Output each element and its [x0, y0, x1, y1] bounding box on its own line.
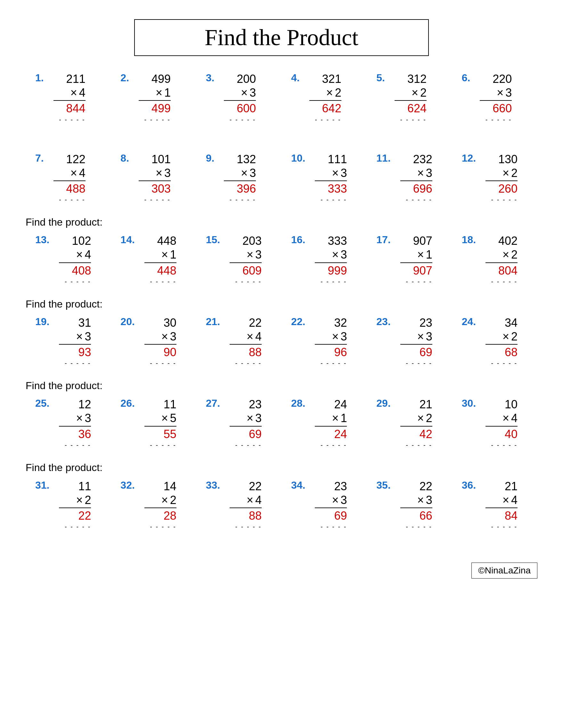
answer-line — [400, 180, 432, 181]
answer-value: 24 — [315, 427, 347, 441]
problem-cell: 22. 32 × 3 96 - - - - - — [282, 316, 367, 367]
top-number: 21 — [420, 397, 432, 411]
problem-layout: 11 × 2 22 - - - - - — [59, 479, 91, 531]
times-sign: × — [417, 493, 424, 507]
times-sign: × — [417, 248, 424, 261]
dashes: - - - - - — [144, 196, 171, 204]
problem-cell: 16. 333 × 3 999 - - - - - — [282, 234, 367, 285]
problem-number: 23. — [376, 316, 390, 328]
problem-cell: 28. 24 × 1 24 - - - - - — [282, 397, 367, 449]
problem-number: 7. — [35, 152, 44, 164]
dashes: - - - - - — [406, 442, 432, 449]
problem-number: 14. — [120, 234, 134, 246]
multiplier: 3 — [249, 166, 256, 180]
problem-cell: 19. 31 × 3 93 - - - - - — [26, 316, 111, 367]
problem-layout: 12 × 3 36 - - - - - — [59, 397, 91, 449]
times-sign: × — [497, 86, 503, 100]
answer-line — [53, 180, 85, 181]
times-sign: × — [156, 86, 162, 100]
answer-line — [53, 100, 85, 101]
answer-line — [144, 262, 176, 263]
problem-wrapper: 21. 22 × 4 88 - - - - - — [206, 316, 261, 367]
problem-wrapper: 12. 130 × 2 260 - - - - - — [462, 152, 518, 204]
top-number: 31 — [78, 316, 91, 330]
problem-layout: 22 × 4 88 - - - - - — [229, 316, 261, 367]
times-sign: × — [503, 166, 509, 180]
problem-wrapper: 5. 312 × 2 624 - - - - - — [376, 72, 427, 124]
answer-value: 55 — [144, 427, 176, 441]
dashes: - - - - - — [321, 360, 347, 367]
problem-number: 1. — [35, 72, 44, 84]
problem-layout: 321 × 2 642 - - - - - — [310, 72, 342, 124]
problem-wrapper: 20. 30 × 3 90 - - - - - — [120, 316, 176, 367]
problem-wrapper: 25. 12 × 3 36 - - - - - — [35, 397, 91, 449]
multiplier-row: × 4 — [70, 86, 85, 100]
problem-wrapper: 10. 111 × 3 333 - - - - - — [291, 152, 347, 204]
multiplier-row: × 3 — [332, 248, 347, 261]
problem-layout: 10 × 4 40 - - - - - — [486, 397, 518, 449]
answer-line — [229, 426, 261, 427]
problem-layout: 130 × 2 260 - - - - - — [486, 152, 518, 204]
multiplier: 2 — [511, 166, 518, 180]
problem-wrapper: 32. 14 × 2 28 - - - - - — [120, 479, 176, 531]
multiplier: 3 — [341, 248, 347, 261]
dashes: - - - - - — [486, 116, 512, 124]
problem-number: 36. — [462, 479, 476, 491]
problem-wrapper: 28. 24 × 1 24 - - - - - — [291, 397, 347, 449]
problem-layout: 111 × 3 333 - - - - - — [315, 152, 347, 204]
answer-value: 696 — [400, 182, 432, 196]
problem-cell: 17. 907 × 1 907 - - - - - — [367, 234, 452, 285]
times-sign: × — [241, 166, 247, 180]
answer-line — [59, 426, 91, 427]
answer-line — [400, 262, 432, 263]
multiplier-row: × 2 — [503, 330, 518, 343]
times-sign: × — [332, 493, 339, 507]
answer-value: 69 — [229, 427, 261, 441]
problem-number: 30. — [462, 397, 476, 409]
dashes: - - - - - — [65, 278, 91, 285]
answer-line — [486, 180, 518, 181]
problem-layout: 30 × 3 90 - - - - - — [144, 316, 176, 367]
problem-cell: 25. 12 × 3 36 - - - - - — [26, 397, 111, 449]
answer-value: 999 — [315, 264, 347, 277]
section-label: Find the product: — [26, 298, 537, 310]
multiplier: 2 — [420, 86, 427, 100]
multiplier-row: × 3 — [76, 411, 91, 425]
dashes: - - - - - — [150, 278, 176, 285]
problem-layout: 11 × 5 55 - - - - - — [144, 397, 176, 449]
multiplier-row: × 3 — [332, 493, 347, 507]
top-number: 132 — [237, 152, 256, 166]
problem-wrapper: 7. 122 × 4 488 - - - - - — [35, 152, 85, 204]
answer-line — [315, 180, 347, 181]
answer-line — [486, 344, 518, 345]
problem-layout: 101 × 3 303 - - - - - — [139, 152, 171, 204]
problem-layout: 333 × 3 999 - - - - - — [315, 234, 347, 285]
multiplier: 1 — [341, 411, 347, 425]
problem-number: 31. — [35, 479, 49, 491]
top-number: 23 — [334, 479, 347, 493]
problem-layout: 23 × 3 69 - - - - - — [315, 479, 347, 531]
problem-cell: 18. 402 × 2 804 - - - - - — [452, 234, 537, 285]
problem-layout: 232 × 3 696 - - - - - — [400, 152, 432, 204]
dashes: - - - - - — [144, 116, 171, 124]
problem-layout: 132 × 3 396 - - - - - — [224, 152, 256, 204]
answer-value: 396 — [224, 182, 256, 196]
problem-layout: 23 × 3 69 - - - - - — [400, 316, 432, 367]
answer-line — [486, 508, 518, 508]
problem-number: 25. — [35, 397, 49, 409]
top-number: 10 — [505, 397, 518, 411]
answer-value: 303 — [139, 182, 171, 196]
times-sign: × — [76, 330, 83, 343]
answer-line — [59, 508, 91, 508]
times-sign: × — [246, 493, 253, 507]
problem-wrapper: 8. 101 × 3 303 - - - - - — [120, 152, 171, 204]
problem-layout: 23 × 3 69 - - - - - — [229, 397, 261, 449]
answer-line — [139, 100, 171, 101]
answer-line — [229, 262, 261, 263]
multiplier: 2 — [511, 248, 518, 261]
problem-cell: 9. 132 × 3 396 - - - - - — [196, 152, 282, 204]
dashes: - - - - - — [150, 523, 176, 531]
multiplier: 5 — [170, 411, 176, 425]
top-number: 12 — [78, 397, 91, 411]
problem-wrapper: 18. 402 × 2 804 - - - - - — [462, 234, 518, 285]
